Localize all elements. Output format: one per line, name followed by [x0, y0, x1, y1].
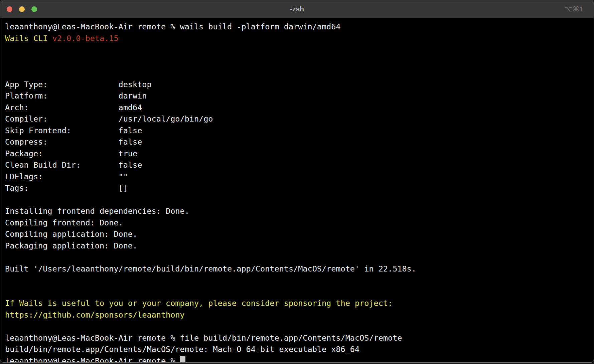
terminal-text-segment: Wails CLI — [5, 34, 52, 43]
terminal-text-segment: leaanthony@Leas-MacBook-Air remote % wai… — [5, 22, 341, 31]
terminal-line: Arch: amd64 — [5, 102, 591, 114]
terminal-text-segment: leaanthony@Leas-MacBook-Air remote % fil… — [5, 333, 402, 343]
terminal-text-segment: build/bin/remote.app/Contents/MacOS/remo… — [5, 345, 359, 354]
terminal-line: leaanthony@Leas-MacBook-Air remote % — [5, 355, 591, 363]
terminal-text-segment: App Type: desktop — [5, 80, 152, 89]
terminal-output[interactable]: leaanthony@Leas-MacBook-Air remote % wai… — [0, 18, 594, 363]
terminal-text-segment: Tags: [] — [5, 183, 128, 193]
terminal-line: https://github.com/sponsors/leaanthony — [5, 309, 591, 321]
terminal-line: Package: true — [5, 148, 591, 160]
terminal-text-segment: Clean Build Dir: false — [5, 160, 142, 170]
terminal-text-segment: Compiler: /usr/local/go/bin/go — [5, 114, 213, 124]
terminal-text-segment: LDFlags: "" — [5, 172, 128, 181]
terminal-line — [5, 321, 591, 332]
terminal-window: -zsh ⌥⌘1 leaanthony@Leas-MacBook-Air rem… — [0, 0, 594, 363]
window-shortcut-badge: ⌥⌘1 — [565, 5, 584, 13]
zoom-button[interactable] — [31, 6, 37, 12]
terminal-text-segment: Installing frontend dependencies: Done. — [5, 206, 189, 216]
terminal-line — [5, 67, 591, 79]
terminal-text-segment: Package: true — [5, 149, 137, 158]
terminal-line: Clean Build Dir: false — [5, 159, 591, 171]
title-bar[interactable]: -zsh ⌥⌘1 — [0, 0, 594, 18]
terminal-text-segment: Compiling frontend: Done. — [5, 218, 123, 227]
terminal-text-segment: Platform: darwin — [5, 91, 147, 101]
terminal-line: If Wails is useful to you or your compan… — [5, 298, 591, 309]
terminal-text-segment: Compress: false — [5, 137, 142, 147]
terminal-text-segment: v2.0.0-beta.15 — [52, 34, 118, 43]
terminal-line: App Type: desktop — [5, 79, 591, 90]
terminal-line: Installing frontend dependencies: Done. — [5, 205, 591, 217]
terminal-line: Compiler: /usr/local/go/bin/go — [5, 113, 591, 125]
terminal-line — [5, 44, 591, 56]
terminal-text-segment: leaanthony@Leas-MacBook-Air remote % — [5, 356, 180, 363]
terminal-line: leaanthony@Leas-MacBook-Air remote % fil… — [5, 332, 591, 344]
terminal-line: Built '/Users/leaanthony/remote/build/bi… — [5, 263, 591, 275]
terminal-text-segment: If Wails is useful to you or your compan… — [5, 299, 393, 308]
traffic-lights — [7, 0, 37, 18]
terminal-line: leaanthony@Leas-MacBook-Air remote % wai… — [5, 21, 591, 33]
terminal-line: Tags: [] — [5, 182, 591, 194]
terminal-line: Skip Frontend: false — [5, 125, 591, 137]
terminal-text-segment: https://github.com/sponsors/leaanthony — [5, 310, 185, 320]
terminal-line: LDFlags: "" — [5, 171, 591, 183]
terminal-line: Packaging application: Done. — [5, 240, 591, 252]
terminal-cursor — [180, 356, 185, 363]
terminal-line — [5, 275, 591, 286]
minimize-button[interactable] — [19, 6, 25, 12]
terminal-line — [5, 286, 591, 298]
terminal-line — [5, 251, 591, 263]
terminal-line: Compiling application: Done. — [5, 228, 591, 240]
terminal-line: build/bin/remote.app/Contents/MacOS/remo… — [5, 344, 591, 355]
terminal-text-segment: Arch: amd64 — [5, 103, 142, 112]
terminal-line — [5, 56, 591, 67]
terminal-line — [5, 194, 591, 206]
window-title: -zsh — [290, 5, 304, 13]
terminal-text-segment: Packaging application: Done. — [5, 241, 137, 250]
close-button[interactable] — [7, 6, 12, 12]
terminal-line: Compress: false — [5, 136, 591, 148]
terminal-line: Wails CLI v2.0.0-beta.15 — [5, 33, 591, 44]
terminal-line: Compiling frontend: Done. — [5, 217, 591, 229]
terminal-line: Platform: darwin — [5, 90, 591, 102]
terminal-text-segment: Skip Frontend: false — [5, 126, 142, 135]
terminal-text-segment: Compiling application: Done. — [5, 229, 137, 239]
terminal-text-segment: Built '/Users/leaanthony/remote/build/bi… — [5, 264, 416, 274]
